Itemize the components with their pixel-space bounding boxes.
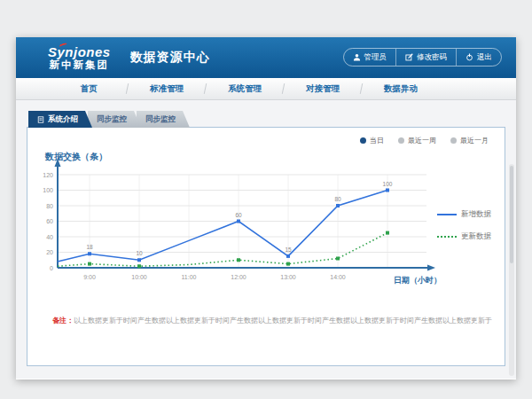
period-filter: 当日最近一周最近一月 bbox=[360, 136, 489, 145]
user-menu-item-admin[interactable]: 管理员 bbox=[344, 49, 396, 66]
tab-2[interactable]: 同步监控 bbox=[137, 111, 190, 128]
radio-icon[interactable] bbox=[450, 137, 457, 144]
company-logo: Synjones 新中新集团 bbox=[48, 45, 111, 70]
user-menu-label: 修改密码 bbox=[417, 52, 447, 63]
x-axis-arrow bbox=[427, 265, 435, 271]
tab-label: 同步监控 bbox=[97, 111, 127, 128]
scrollbar-thumb[interactable] bbox=[510, 166, 513, 263]
legend-label: 新增数据 bbox=[461, 209, 491, 220]
period-option-label: 当日 bbox=[370, 136, 384, 145]
period-option-2[interactable]: 最近一月 bbox=[450, 136, 489, 145]
nav-item-2[interactable]: 系统管理 bbox=[206, 78, 284, 99]
content-area: 系统介绍同步监控同步监控 当日最近一周最近一月 数据交换（条） 02040608… bbox=[16, 100, 516, 379]
nav-item-4[interactable]: 数据异动 bbox=[362, 78, 440, 99]
legend-entry-1: 更新数据 bbox=[437, 231, 494, 242]
data-point-label: 100 bbox=[383, 181, 393, 187]
user-menu-label: 退出 bbox=[477, 52, 492, 63]
data-point-label: 10 bbox=[136, 250, 143, 256]
period-option-label: 最近一周 bbox=[408, 136, 436, 145]
data-point-marker bbox=[336, 257, 340, 261]
x-tick-label: 9:00 bbox=[83, 274, 96, 280]
legend-label: 更新数据 bbox=[461, 231, 491, 242]
user-menu-label: 管理员 bbox=[364, 52, 387, 63]
nav-item-0[interactable]: 首页 bbox=[50, 78, 128, 99]
data-point-marker bbox=[386, 231, 389, 235]
legend-line-sample bbox=[437, 214, 457, 215]
document-icon bbox=[37, 116, 44, 123]
data-point-marker bbox=[286, 254, 290, 258]
nav-item-1[interactable]: 标准管理 bbox=[128, 78, 206, 99]
y-tick-label: 0 bbox=[50, 265, 53, 271]
data-point-marker bbox=[137, 264, 141, 268]
data-point-label: 18 bbox=[86, 244, 93, 250]
chart-panel: 当日最近一周最近一月 数据交换（条） 0204060801001209:0010… bbox=[27, 127, 505, 366]
tab-bar: 系统介绍同步监控同步监控 bbox=[28, 111, 185, 128]
footnote-prefix: 备注： bbox=[52, 317, 74, 325]
legend-entry-0: 新增数据 bbox=[437, 209, 494, 220]
data-point-marker bbox=[286, 262, 290, 266]
data-point-label: 80 bbox=[334, 196, 341, 202]
data-point-label: 60 bbox=[235, 212, 242, 218]
period-option-0[interactable]: 当日 bbox=[360, 136, 384, 145]
data-point-marker bbox=[386, 189, 389, 192]
user-menu-item-change-password[interactable]: 修改密码 bbox=[395, 49, 456, 66]
line-chart: 0204060801001209:0010:0011:0012:0013:001… bbox=[35, 153, 444, 287]
user-menu: 管理员修改密码退出 bbox=[343, 48, 503, 66]
y-tick-label: 60 bbox=[46, 218, 53, 224]
nav-item-3[interactable]: 对接管理 bbox=[284, 78, 362, 99]
tab-0[interactable]: 系统介绍 bbox=[28, 111, 92, 128]
data-point-marker bbox=[336, 204, 340, 207]
y-tick-label: 100 bbox=[43, 187, 53, 193]
user-icon bbox=[353, 53, 361, 61]
data-point-marker bbox=[237, 258, 240, 262]
data-point-label: 15 bbox=[285, 246, 292, 253]
x-tick-label: 11:00 bbox=[182, 274, 197, 280]
x-tick-label: 10:00 bbox=[131, 274, 147, 280]
header: Synjones 新中新集团 数据资源中心 管理员修改密码退出 bbox=[16, 37, 516, 78]
period-option-label: 最近一月 bbox=[460, 136, 489, 145]
period-option-1[interactable]: 最近一周 bbox=[398, 136, 436, 145]
data-point-marker bbox=[88, 252, 91, 255]
data-point-marker bbox=[237, 220, 240, 223]
tab-label: 同步监控 bbox=[145, 111, 176, 128]
power-icon bbox=[466, 53, 473, 61]
footnote: 备注：以上数据更新于时间产生数据以上数据更新于时间产生数据以上数据更新于时间产生… bbox=[52, 316, 492, 325]
x-tick-label: 13:00 bbox=[280, 274, 296, 280]
data-point-marker bbox=[137, 258, 141, 262]
y-axis-arrow bbox=[55, 159, 61, 167]
legend-line-sample bbox=[437, 236, 457, 238]
x-axis-title: 日期（小时） bbox=[394, 276, 442, 285]
app-window: Synjones 新中新集团 数据资源中心 管理员修改密码退出 首页标准管理系统… bbox=[16, 37, 516, 379]
chart-legend: 新增数据更新数据 bbox=[437, 209, 494, 254]
logo-company-text: 新中新集团 bbox=[48, 59, 111, 70]
tab-1[interactable]: 同步监控 bbox=[88, 111, 141, 128]
page-title: 数据资源中心 bbox=[130, 50, 210, 66]
main-nav: 首页标准管理系统管理对接管理数据异动 bbox=[16, 78, 516, 100]
radio-icon[interactable] bbox=[398, 137, 404, 144]
logo-brand-text: Synjones bbox=[48, 45, 111, 59]
y-tick-label: 40 bbox=[46, 234, 53, 240]
tab-label: 系统介绍 bbox=[48, 111, 78, 128]
vertical-scrollbar[interactable] bbox=[509, 164, 514, 376]
data-point-marker bbox=[88, 262, 91, 266]
user-menu-item-logout[interactable]: 退出 bbox=[456, 49, 501, 66]
y-tick-label: 80 bbox=[46, 203, 53, 209]
chart-area: 0204060801001209:0010:0011:0012:0013:001… bbox=[35, 153, 444, 287]
footnote-text: 以上数据更新于时间产生数据以上数据更新于时间产生数据以上数据更新于时间产生数据以… bbox=[74, 317, 492, 325]
radio-icon[interactable] bbox=[360, 137, 366, 144]
edit-icon bbox=[405, 53, 413, 61]
x-tick-label: 12:00 bbox=[231, 274, 246, 280]
y-tick-label: 120 bbox=[43, 172, 53, 178]
x-tick-label: 14:00 bbox=[330, 274, 346, 280]
y-tick-label: 20 bbox=[46, 249, 53, 255]
